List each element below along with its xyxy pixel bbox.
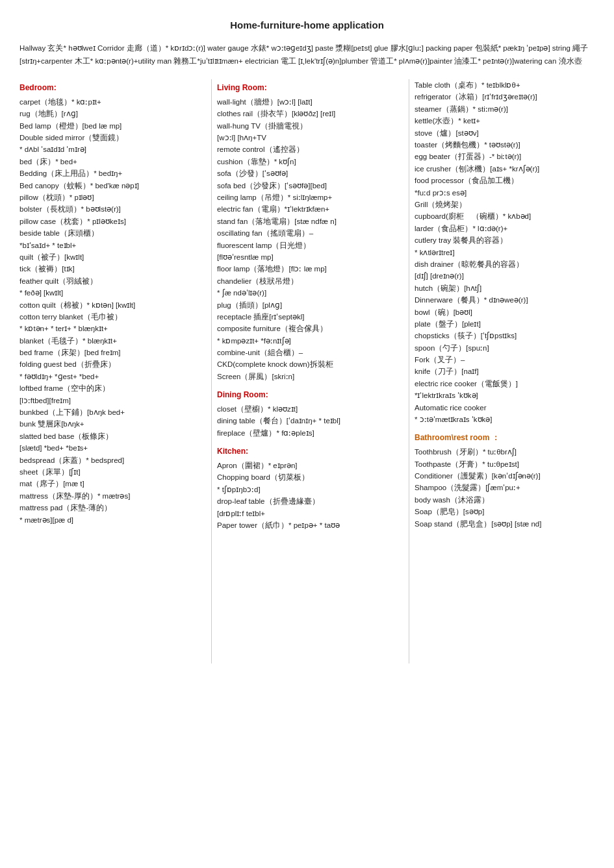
list-item: * dʌbl ˈsaɪdɪd ˈmɪrə] <box>19 143 199 155</box>
list-item: CKD(complete knock down)拆裝柜 <box>217 358 397 370</box>
list-item: Bedding（床上用品）* bedɪŋ+ <box>19 167 199 179</box>
list-item: wall-light（牆燈）[wɔːl] [laɪt] <box>217 96 397 108</box>
list-item: Grill（燒烤架） <box>415 199 595 210</box>
list-item: larder（食品柜）* lɑːdə(r)+ <box>415 223 595 234</box>
list-item: sofa（沙發）[ˈsəʊfə] <box>217 167 397 179</box>
list-item: pillow（枕頭）* pɪləʊ] <box>19 192 199 203</box>
list-item: bunk 雙層床[bʌŋk+ <box>19 418 199 430</box>
list-item: cotton quilt（棉被）* kɒtən] [kwɪlt] <box>19 299 199 311</box>
list-item: refrigerator（冰箱）[rɪˈfrɪdʒəreɪtə(r)] <box>415 91 595 103</box>
list-item: receptacle 插座[rɪˈseptəkl] <box>217 311 397 323</box>
divider-1 <box>211 79 212 663</box>
list-item: [wɔːl] [hʌŋ+TV <box>217 132 397 143</box>
list-item: kettle(水壺）* ketɪ+ <box>415 115 595 127</box>
list-item: *ɪˈlektrɪkraɪs ˈkʊkə] <box>415 390 595 401</box>
list-item: Paper tower（紙巾）* peɪpə+ * taʊə <box>217 519 397 531</box>
list-item: *bɪˈsaɪd+ * teɪbl+ <box>19 240 199 251</box>
list-item: remote control（遙控器） <box>217 143 397 155</box>
list-item: clothes rail（掛衣竿）[kləʊðz] [reɪl] <box>217 108 397 119</box>
list-item: mattress pad（床墊-薄的） <box>19 502 199 514</box>
column-bedroom: Bedroom: carpet（地毯）* kɑːpɪt+rug（地氈）[rʌɡ]… <box>19 79 206 526</box>
section-title-living: Living Room: <box>217 82 397 95</box>
list-item: plate（盤子）[pleɪt] <box>415 318 595 330</box>
section-title-bedroom: Bedroom: <box>19 82 199 95</box>
list-item: closet（壁櫥）* kləʊzɪt] <box>217 403 397 415</box>
list-item: knife（刀子）[naɪf] <box>415 366 595 377</box>
list-item: bedspread（床蓋）* bedspred] <box>19 454 199 466</box>
list-item: wall-hung TV（掛牆電視） <box>217 120 397 132</box>
list-item: oscillating fan（搖頭電扇）– <box>217 227 397 239</box>
list-item: [flʊəˈresntlæ mp] <box>217 251 397 263</box>
list-item: toaster（烤麵包機）* təʊstə(r)] <box>415 139 595 151</box>
list-item: cutlery tray 裝餐具的容器） <box>415 234 595 246</box>
list-item: Toothbrush（牙刷）* tuːθbrʌʃ] <box>415 446 595 458</box>
list-item: Screen（屏風）[skriːn] <box>217 371 397 382</box>
dining-items: closet（壁櫥）* kləʊzɪt]dining table（餐台）[ˈda… <box>217 403 397 439</box>
list-item: bed frame（床架）[bed freɪm] <box>19 347 199 358</box>
list-item: sofa bed（沙發床）[ˈsəʊfə][bed] <box>217 180 397 192</box>
list-item: Apron（圍裙）* eɪprən] <box>217 460 397 471</box>
list-item: Shampoo（洗髮露）[ʃæmˈpuː+ <box>415 482 595 493</box>
list-item: Conditioner（護髮素）[kənˈdɪʃənə(r)] <box>415 470 595 482</box>
list-item: stand fan（落地電扇）[stæ ndfæ n] <box>217 216 397 227</box>
list-item: spoon（勺子）[spuːn] <box>415 342 595 354</box>
list-item: egg beater（打蛋器）-* biːtə(r)] <box>415 151 595 162</box>
list-item: mattress（床墊-厚的）* mætrəs] <box>19 490 199 502</box>
list-item: loftbed frame（空中的床） <box>19 382 199 394</box>
list-item: * ɔːtəˈmætɪkraɪs ˈkʊkə] <box>415 414 595 425</box>
column-living: Living Room: wall-light（牆燈）[wɔːl] [laɪt]… <box>217 79 403 531</box>
list-item: rug（地氈）[rʌɡ] <box>19 108 199 119</box>
list-item: pillow case（枕套）* pɪləʊkeɪs] <box>19 216 199 227</box>
list-item: *fuːd prɔːs esə] <box>415 187 595 199</box>
list-item: floor lamp（落地燈）[flɔː læ mp] <box>217 263 397 275</box>
list-item: blanket（毛毯子）* blæŋkɪt+ <box>19 335 199 347</box>
list-item: food processor（食品加工機） <box>415 175 595 186</box>
list-item: Table cloth（桌布）* teɪblklɒθ+ <box>415 79 595 91</box>
list-item: sheet（床單）[ʃɪt] <box>19 466 199 478</box>
list-item: * feðə] [kwɪlt] <box>19 287 199 299</box>
list-item: body wash（沐浴露） <box>415 494 595 506</box>
list-item: plug（插頭）[plʌɡ] <box>217 299 397 311</box>
list-item: hutch（碗架）[hʌtʃ] <box>415 282 595 294</box>
columns-container: Bedroom: carpet（地毯）* kɑːpɪt+rug（地氈）[rʌɡ]… <box>19 79 595 663</box>
list-item: stove（爐）[stəʊv] <box>415 127 595 139</box>
list-item: bowl（碗）[bəʊl] <box>415 306 595 318</box>
list-item: electric fan（電扇）*ɪˈlektrɪkfæn+ <box>217 203 397 215</box>
list-item: slatted bed base（板條床） <box>19 430 199 442</box>
list-item: beside table（床頭櫃） <box>19 227 199 239</box>
list-item: Bed lamp（橙燈）[bed læ mp] <box>19 120 199 132</box>
list-item: Soap（肥皂）[səʊp] <box>415 506 595 517</box>
list-item: [slætd] *bed+ *beɪs+ <box>19 442 199 454</box>
list-item: * ʃæ ndəˈlɪə(r)] <box>217 287 397 299</box>
list-item: * mætrəs][pæ d] <box>19 514 199 526</box>
list-item: fluorescent lamp（日光燈） <box>217 240 397 251</box>
list-item: bed（床）* bed+ <box>19 156 199 167</box>
section-title-kitchen: Kitchen: <box>217 445 397 458</box>
list-item: Chopping board（切菜板） <box>217 471 397 483</box>
list-item: ice crusher（刨冰機）[aɪs+ *krʌʃə(r)] <box>415 163 595 175</box>
list-item: * fəʊldɪŋ+ *ɡest+ *bed+ <box>19 371 199 382</box>
list-item: fireplace（壁爐）* fɑːəpleɪs] <box>217 427 397 439</box>
list-item: tick（被褥）[tɪk] <box>19 263 199 275</box>
list-item: carpet（地毯）* kɑːpɪt+ <box>19 96 199 108</box>
list-item: [drɒplɪːf teɪbl+ <box>217 508 397 519</box>
list-item: drop-leaf table（折疊邊緣臺） <box>217 495 397 507</box>
list-item: composite furniture（複合傢具） <box>217 323 397 334</box>
list-item: quilt（被子）[kwɪlt] <box>19 251 199 263</box>
list-item: * kʌtlərɪtreɪ] <box>415 247 595 258</box>
section-title-dining: Dining Room: <box>217 389 397 402</box>
list-item: * kɒtən+ * terɪ+ * blæŋkɪt+ <box>19 323 199 334</box>
list-item: bolster（長枕頭）* bəʊlstə(r)] <box>19 203 199 215</box>
list-item: Fork（叉子）– <box>415 354 595 366</box>
list-item: feather quilt（羽絨被） <box>19 275 199 287</box>
list-item: Toothpaste（牙膏）* tuːθpeɪst] <box>415 458 595 470</box>
living-items: wall-light（牆燈）[wɔːl] [laɪt]clothes rail（… <box>217 96 397 382</box>
list-item: cupboard(廚柜 （碗櫃）* kʌbəd] <box>415 210 595 222</box>
divider-2 <box>409 79 409 663</box>
list-item: dining table（餐台）[ˈdaɪnɪŋ+ * teɪbl] <box>217 415 397 427</box>
list-item: * tʃɒpɪŋbɔːd] <box>217 484 397 495</box>
column-kitchen-bath: Table cloth（桌布）* teɪblklɒθ+refrigerator（… <box>415 79 595 530</box>
list-item: folding guest bed（折疊床） <box>19 358 199 370</box>
list-item: Soap stand（肥皂盒）[səʊp] [stæ nd] <box>415 518 595 530</box>
kitchen-items: Apron（圍裙）* eɪprən]Chopping board（切菜板）* t… <box>217 460 397 531</box>
